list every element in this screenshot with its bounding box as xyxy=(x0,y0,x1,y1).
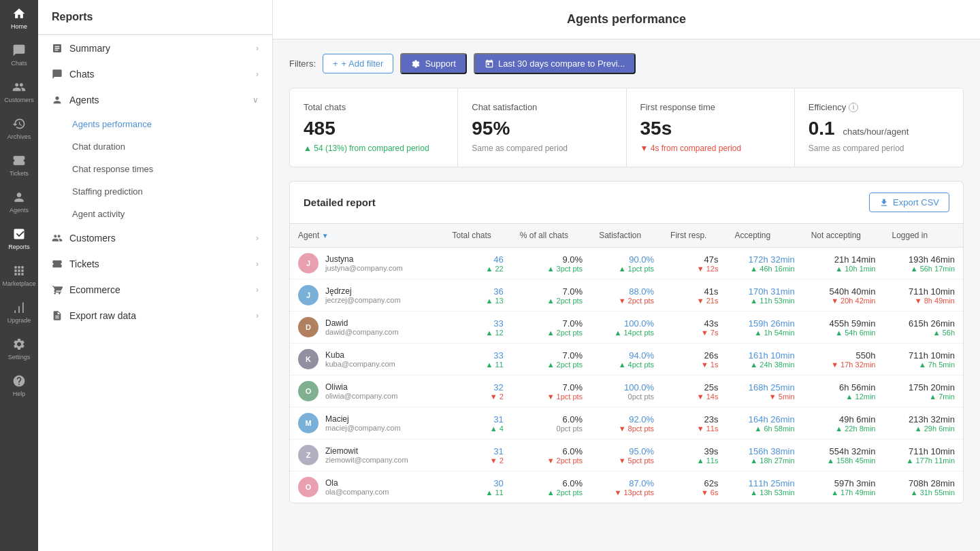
sidebar-item-chats[interactable]: Chats › xyxy=(38,61,272,87)
cell-accepting-6: 156h 38min ▲ 18h 27min xyxy=(726,439,802,471)
col-total-chats[interactable]: Total chats xyxy=(444,224,511,248)
cell-pct-0: 9.0% ▲ 3pct pts xyxy=(512,248,591,280)
sidebar-item-agents[interactable]: Agents ∨ xyxy=(38,87,272,113)
first-resp-val-5: 23s xyxy=(670,414,718,424)
nav-item-tickets[interactable]: Tickets xyxy=(0,147,38,184)
satisfaction-change-4: 0pct pts xyxy=(599,393,654,401)
cell-agent-3: K Kuba kuba@company.com xyxy=(290,344,444,375)
satisfaction-val-4: 100.0% xyxy=(599,382,654,393)
col-accepting[interactable]: Accepting xyxy=(726,224,802,248)
page-title: Agents performance xyxy=(273,0,980,39)
nav-item-help[interactable]: Help xyxy=(0,367,38,404)
nav-item-reports[interactable]: Reports xyxy=(0,220,38,257)
sidebar-item-export-raw-data[interactable]: Export raw data › xyxy=(38,303,272,329)
main-content: Filters: + + Add filter Support Last 30 … xyxy=(273,39,980,551)
first-resp-val-2: 43s xyxy=(670,318,718,329)
satisfaction-val-6: 95.0% xyxy=(599,446,654,456)
first-resp-val-0: 47s xyxy=(670,254,718,265)
agent-name-2: Dawid xyxy=(325,318,399,328)
logged-in-val-0: 193h 46min xyxy=(892,254,955,265)
avatar-7: O xyxy=(298,477,318,497)
cell-agent-2: D Dawid dawid@company.com xyxy=(290,312,444,344)
pct-val-0: 9.0% xyxy=(520,254,583,265)
sidebar-arrow-agents: ∨ xyxy=(252,95,259,105)
sidebar-arrow-chats: › xyxy=(256,69,259,79)
sidebar-arrow-summary: › xyxy=(256,44,259,53)
nav-label-help: Help xyxy=(13,390,26,397)
nav-item-agents[interactable]: Agents xyxy=(0,184,38,220)
sidebar-subitem-chat-response-times[interactable]: Chat response times xyxy=(38,158,272,180)
filter-support-button[interactable]: Support xyxy=(400,53,467,74)
accepting-val-2: 159h 26min xyxy=(734,318,794,329)
cell-pct-5: 6.0% 0pct pts xyxy=(512,407,591,439)
logged-in-change-0: ▲ 56h 17min xyxy=(892,265,955,273)
cell-accepting-1: 170h 31min ▲ 11h 53min xyxy=(726,280,802,312)
cell-logged-in-0: 193h 46min ▲ 56h 17min xyxy=(883,248,963,280)
pct-change-6: ▼ 2pct pts xyxy=(520,456,583,465)
first-resp-change-4: ▼ 14s xyxy=(670,393,718,401)
pct-change-7: ▲ 2pct pts xyxy=(520,488,583,497)
nav-item-archives[interactable]: Archives xyxy=(0,110,38,147)
cell-logged-in-6: 711h 10min ▲ 177h 11min xyxy=(883,439,963,471)
nav-item-marketplace[interactable]: Marketplace xyxy=(0,257,38,294)
cell-satisfaction-6: 95.0% ▼ 5pct pts xyxy=(591,439,662,471)
sidebar-item-customers[interactable]: Customers › xyxy=(38,225,272,251)
sidebar-item-tickets[interactable]: Tickets › xyxy=(38,251,272,277)
cell-total-chats-4: 32 ▼ 2 xyxy=(444,375,511,407)
nav-item-settings[interactable]: Settings xyxy=(0,331,38,367)
nav-item-customers[interactable]: Customers xyxy=(0,73,38,110)
cell-logged-in-7: 708h 28min ▲ 31h 55min xyxy=(883,471,963,503)
card-value-first-response: 35s xyxy=(640,118,781,139)
col-satisfaction[interactable]: Satisfaction xyxy=(591,224,662,248)
sidebar-item-summary[interactable]: Summary › xyxy=(38,35,272,61)
col-logged-in[interactable]: Logged in xyxy=(883,224,963,248)
col-first-resp[interactable]: First resp. xyxy=(662,224,726,248)
logged-in-val-4: 175h 20min xyxy=(892,382,955,393)
cell-first-resp-5: 23s ▼ 11s xyxy=(662,407,726,439)
cell-satisfaction-5: 92.0% ▼ 8pct pts xyxy=(591,407,662,439)
total-chats-val-4: 32 xyxy=(452,382,503,393)
sidebar-subitem-agents-performance[interactable]: Agents performance xyxy=(38,113,272,135)
export-csv-button[interactable]: Export CSV xyxy=(869,193,949,212)
agent-email-2: dawid@company.com xyxy=(325,328,399,336)
sidebar-subitem-staffing-prediction[interactable]: Staffing prediction xyxy=(38,180,272,203)
sidebar-title: Reports xyxy=(38,0,272,35)
cell-not-accepting-2: 455h 59min ▲ 54h 6min xyxy=(803,312,884,344)
satisfaction-change-1: ▼ 2pct pts xyxy=(599,297,654,305)
cell-first-resp-2: 43s ▼ 7s xyxy=(662,312,726,344)
add-filter-button[interactable]: + + Add filter xyxy=(323,54,393,73)
not-accepting-val-7: 597h 3min xyxy=(811,478,876,488)
card-sub-satisfaction: Same as compared period xyxy=(472,144,612,153)
card-title-satisfaction: Chat satisfaction xyxy=(472,102,612,112)
sidebar-item-ecommerce[interactable]: Ecommerce › xyxy=(38,277,272,303)
total-chats-change-4: ▼ 2 xyxy=(452,393,503,401)
accepting-change-1: ▲ 11h 53min xyxy=(734,297,794,305)
col-agent[interactable]: Agent ▼ xyxy=(290,224,444,248)
accepting-val-0: 172h 32min xyxy=(734,254,794,265)
sidebar: Reports Summary › Chats › Agents ∨ Agen xyxy=(38,0,273,551)
satisfaction-val-0: 90.0% xyxy=(599,254,654,265)
sort-icon-agent: ▼ xyxy=(322,232,329,239)
cell-logged-in-3: 711h 10min ▲ 7h 5min xyxy=(883,344,963,375)
agent-name-5: Maciej xyxy=(325,414,401,424)
cell-satisfaction-4: 100.0% 0pct pts xyxy=(591,375,662,407)
nav-item-chats[interactable]: Chats xyxy=(0,37,38,73)
satisfaction-change-7: ▼ 13pct pts xyxy=(599,488,654,497)
sidebar-subitem-chat-duration[interactable]: Chat duration xyxy=(38,135,272,158)
cell-agent-6: Z Ziemowit ziemowit@company.com xyxy=(290,439,444,471)
plus-icon: + xyxy=(333,59,338,69)
first-resp-val-4: 25s xyxy=(670,382,718,393)
agent-name-4: Oliwia xyxy=(325,382,397,392)
nav-item-home[interactable]: Home xyxy=(0,0,38,37)
table-row: K Kuba kuba@company.com 33 ▲ 11 7.0% ▲ 2… xyxy=(290,344,963,375)
sidebar-subitem-agent-activity[interactable]: Agent activity xyxy=(38,203,272,225)
pct-val-2: 7.0% xyxy=(520,318,583,329)
cell-first-resp-1: 41s ▼ 21s xyxy=(662,280,726,312)
nav-item-upgrade[interactable]: Upgrade xyxy=(0,294,38,331)
first-resp-val-7: 62s xyxy=(670,478,718,488)
accepting-val-7: 111h 25min xyxy=(734,478,794,488)
filter-date-button[interactable]: Last 30 days compare to Previ... xyxy=(474,53,636,74)
cell-not-accepting-7: 597h 3min ▲ 17h 49min xyxy=(803,471,884,503)
col-pct-chats[interactable]: % of all chats xyxy=(512,224,591,248)
col-not-accepting[interactable]: Not accepting xyxy=(803,224,884,248)
